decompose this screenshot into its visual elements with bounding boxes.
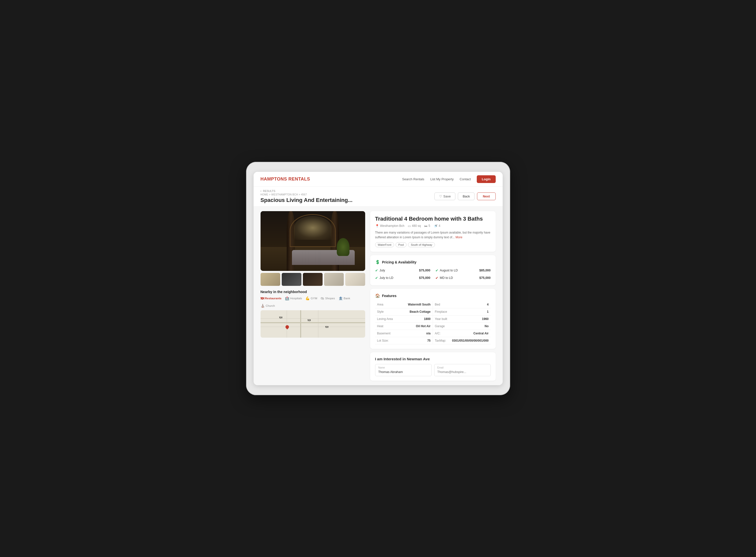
back-button[interactable]: Back xyxy=(458,193,475,200)
pricing-header: 💲 Pricing & Availability xyxy=(375,260,491,264)
next-button[interactable]: Next xyxy=(477,193,496,200)
email-input[interactable] xyxy=(438,370,487,374)
nearby-tab-restaurants[interactable]: 🍽 Restaurants xyxy=(260,296,281,300)
location-icon: 📍 xyxy=(375,224,379,228)
feature-fireplace: Fireplace 1 xyxy=(433,308,491,316)
feature-bed: Bed 4 xyxy=(433,301,491,308)
feature-taxmap: TaxMap: 0301/051/00/00/00/001/000 xyxy=(433,337,491,344)
nearby-title: Nearby in the neighborhood xyxy=(260,290,365,294)
browser-chrome: HAMPTONS RENTALS Search Rentals List My … xyxy=(254,172,503,385)
pricing-amount-august: $85,000 xyxy=(479,269,491,272)
features-title: Features xyxy=(382,294,397,298)
contact-card: I am Interested in Newman Ave Name Email xyxy=(370,352,496,381)
nearby-section: Nearby in the neighborhood 🍽 Restaurants… xyxy=(260,290,365,338)
pricing-label-july: ✔ July xyxy=(375,268,385,272)
map-restaurant-icon-3: 🍽 xyxy=(325,325,328,329)
shops-label: Shopes xyxy=(325,297,335,300)
home-icon: 🏠 xyxy=(375,293,380,298)
save-button[interactable]: ♡ Save xyxy=(435,193,456,200)
map-grid-line xyxy=(260,327,365,327)
name-label: Name xyxy=(379,366,428,369)
pricing-row-august: ✔ August to LD $85,000 xyxy=(436,267,491,273)
pricing-amount-md-ld: $75,000 xyxy=(479,276,491,280)
map-area[interactable]: 🍽 🍽 🍽 xyxy=(260,310,365,338)
feature-garage: Garage No xyxy=(433,323,491,330)
thumbnail-5[interactable] xyxy=(345,273,365,286)
check-icon-july: ✔ xyxy=(375,268,378,272)
nav-links: Search Rentals List My Property Contact … xyxy=(402,175,496,183)
thumbnail-2[interactable] xyxy=(282,273,301,286)
church-label: Church xyxy=(266,304,275,307)
feature-living-area: Leving Area 1800 xyxy=(375,316,433,323)
feature-basement: Basement n/a xyxy=(375,330,433,337)
nearby-tabs: 🍽 Restaurants 🏥 Hospitals 💪 GYM 🛍 xyxy=(260,296,365,308)
church-icon: ⛪ xyxy=(260,304,265,308)
page-header: ‹ RESULTS HOME > WESTHAMPTON BCH > 4567 … xyxy=(254,187,503,207)
name-input[interactable] xyxy=(379,370,428,374)
nearby-tab-gym[interactable]: 💪 GYM xyxy=(305,296,317,300)
map-location-pin xyxy=(285,324,290,329)
email-field: Email xyxy=(434,364,491,376)
tag-south-highway: South of Highway xyxy=(408,242,435,247)
beds-value: 5 xyxy=(428,224,430,228)
feature-heat: Heat Oil Hot Air xyxy=(375,323,433,330)
meta-baths: 🚿 4 xyxy=(434,224,440,228)
main-property-image xyxy=(260,211,365,271)
map-grid-line xyxy=(287,310,287,338)
feature-year-built: Year built 1960 xyxy=(433,316,491,323)
shops-icon: 🛍 xyxy=(320,296,324,300)
bed-icon: 🛏 xyxy=(424,224,427,228)
restaurants-icon: 🍽 xyxy=(260,296,264,300)
nav-list-property[interactable]: List My Property xyxy=(430,177,454,181)
map-road-horizontal xyxy=(260,322,365,323)
nav-search-rentals[interactable]: Search Rentals xyxy=(402,177,424,181)
gym-icon: 💪 xyxy=(305,296,310,300)
check-icon-july-ld: ✔ xyxy=(375,276,378,280)
thumbnail-row xyxy=(260,273,365,286)
pricing-grid: ✔ July $75,000 ✔ August to LD $85,000 xyxy=(375,267,491,281)
location-value: Westhampton Bch xyxy=(380,224,404,228)
feature-ac: A/C: Central Air xyxy=(433,330,491,337)
logo: HAMPTONS RENTALS xyxy=(260,177,310,182)
more-link[interactable]: More xyxy=(456,236,462,239)
nearby-tab-hospitals[interactable]: 🏥 Hospitals xyxy=(285,296,302,300)
pricing-label-july-ld: ✔ July to LD xyxy=(375,276,394,280)
email-label: Email xyxy=(438,366,487,369)
nearby-tab-shops[interactable]: 🛍 Shopes xyxy=(320,296,335,300)
left-column: Nearby in the neighborhood 🍽 Restaurants… xyxy=(260,211,365,381)
map-restaurant-icon-1: 🍽 xyxy=(279,316,282,319)
results-back-button[interactable]: ‹ RESULTS xyxy=(260,189,353,193)
logo-main: HAMPTONS xyxy=(260,177,288,181)
device-frame: HAMPTONS RENTALS Search Rentals List My … xyxy=(246,162,510,395)
gym-label: GYM xyxy=(311,297,317,300)
map-grid-line xyxy=(318,310,318,338)
contact-title: I am Interested in Newman Ave xyxy=(375,357,491,361)
features-grid: Area Watermill South Bed 4 Style Beach C… xyxy=(375,301,491,344)
page-title: Spacious Living And Entertaining... xyxy=(260,197,353,203)
thumbnail-3[interactable] xyxy=(303,273,323,286)
size-value: 480 sq xyxy=(412,224,421,228)
hospitals-icon: 🏥 xyxy=(285,296,289,300)
name-field: Name xyxy=(375,364,432,376)
breadcrumb: HOME > WESTHAMPTON BCH > 4567 xyxy=(260,193,353,196)
property-tags: WaterFront Pool South of Highway xyxy=(375,242,491,247)
thumbnail-4[interactable] xyxy=(324,273,344,286)
pricing-amount-july-ld: $75,000 xyxy=(419,276,430,280)
property-description: There are many variations of passages of… xyxy=(375,230,491,240)
pricing-row-july: ✔ July $75,000 xyxy=(375,267,430,273)
architecture-scene xyxy=(260,211,365,271)
map-road-vertical xyxy=(300,310,301,338)
nearby-tab-church[interactable]: ⛪ Church xyxy=(260,304,275,308)
meta-size: ▭ 480 sq xyxy=(408,224,421,228)
nearby-tab-bank[interactable]: 🏦 Bank xyxy=(338,296,350,300)
bath-icon: 🚿 xyxy=(434,224,438,228)
check-icon-august: ✔ xyxy=(436,268,439,272)
nav-contact[interactable]: Contact xyxy=(459,177,471,181)
property-title: Traditional 4 Bedroom home with 3 Baths xyxy=(375,216,491,222)
left-header: ‹ RESULTS HOME > WESTHAMPTON BCH > 4567 … xyxy=(260,189,353,203)
bank-label: Bank xyxy=(344,297,350,300)
features-header: 🏠 Features xyxy=(375,293,491,298)
thumbnail-1[interactable] xyxy=(260,273,280,286)
login-button[interactable]: Login xyxy=(477,175,496,183)
hospitals-label: Hospitals xyxy=(290,297,302,300)
